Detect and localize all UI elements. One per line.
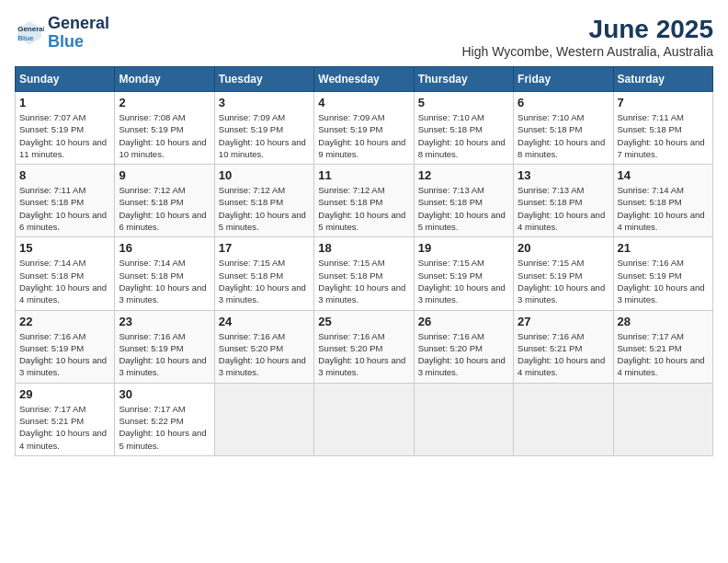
- page-header: General Blue General Blue June 2025 High…: [15, 15, 713, 59]
- svg-text:Blue: Blue: [17, 34, 34, 42]
- logo-blue: Blue: [48, 33, 109, 52]
- day-number: 15: [19, 241, 110, 255]
- calendar-week-row: 22Sunrise: 7:16 AMSunset: 5:19 PMDayligh…: [16, 310, 713, 383]
- table-row: 24Sunrise: 7:16 AMSunset: 5:20 PMDayligh…: [214, 310, 313, 383]
- day-number: 1: [19, 96, 110, 109]
- day-detail: Sunrise: 7:10 AMSunset: 5:18 PMDaylight:…: [418, 111, 509, 160]
- table-row: 29Sunrise: 7:17 AMSunset: 5:21 PMDayligh…: [16, 383, 115, 455]
- table-row: 19Sunrise: 7:15 AMSunset: 5:19 PMDayligh…: [414, 237, 513, 310]
- table-row: [214, 383, 313, 455]
- day-number: 17: [219, 241, 310, 255]
- table-row: [314, 383, 414, 455]
- day-number: 24: [219, 315, 310, 328]
- day-detail: Sunrise: 7:13 AMSunset: 5:18 PMDaylight:…: [518, 184, 609, 233]
- calendar-week-row: 15Sunrise: 7:14 AMSunset: 5:18 PMDayligh…: [16, 237, 713, 310]
- logo-text: General Blue: [48, 15, 109, 52]
- page-subtitle: High Wycombe, Western Australia, Austral…: [461, 44, 713, 59]
- day-number: 4: [318, 96, 409, 109]
- day-detail: Sunrise: 7:16 AMSunset: 5:20 PMDaylight:…: [318, 330, 409, 379]
- day-number: 6: [518, 96, 609, 109]
- day-detail: Sunrise: 7:16 AMSunset: 5:19 PMDaylight:…: [618, 257, 709, 305]
- day-detail: Sunrise: 7:09 AMSunset: 5:19 PMDaylight:…: [219, 111, 310, 160]
- table-row: 21Sunrise: 7:16 AMSunset: 5:19 PMDayligh…: [613, 237, 712, 310]
- day-number: 27: [518, 315, 609, 328]
- day-detail: Sunrise: 7:16 AMSunset: 5:20 PMDaylight:…: [418, 330, 509, 379]
- col-friday: Friday: [514, 67, 613, 92]
- day-detail: Sunrise: 7:17 AMSunset: 5:21 PMDaylight:…: [19, 403, 110, 452]
- table-row: 2Sunrise: 7:08 AMSunset: 5:19 PMDaylight…: [115, 92, 214, 165]
- day-number: 10: [219, 168, 310, 182]
- day-number: 25: [318, 315, 409, 328]
- day-detail: Sunrise: 7:12 AMSunset: 5:18 PMDaylight:…: [318, 184, 409, 233]
- table-row: 22Sunrise: 7:16 AMSunset: 5:19 PMDayligh…: [16, 310, 115, 383]
- col-tuesday: Tuesday: [214, 67, 313, 92]
- day-number: 5: [418, 96, 509, 109]
- day-detail: Sunrise: 7:09 AMSunset: 5:19 PMDaylight:…: [318, 111, 409, 160]
- day-detail: Sunrise: 7:10 AMSunset: 5:18 PMDaylight:…: [518, 111, 609, 160]
- col-thursday: Thursday: [414, 67, 513, 92]
- table-row: 28Sunrise: 7:17 AMSunset: 5:21 PMDayligh…: [613, 310, 712, 383]
- table-row: 10Sunrise: 7:12 AMSunset: 5:18 PMDayligh…: [214, 165, 313, 237]
- day-number: 7: [618, 96, 709, 109]
- table-row: 30Sunrise: 7:17 AMSunset: 5:22 PMDayligh…: [115, 383, 214, 455]
- table-row: 3Sunrise: 7:09 AMSunset: 5:19 PMDaylight…: [214, 92, 313, 165]
- table-row: 20Sunrise: 7:15 AMSunset: 5:19 PMDayligh…: [514, 237, 613, 310]
- day-number: 18: [318, 241, 409, 255]
- table-row: 4Sunrise: 7:09 AMSunset: 5:19 PMDaylight…: [314, 92, 414, 165]
- table-row: 1Sunrise: 7:07 AMSunset: 5:19 PMDaylight…: [16, 92, 115, 165]
- day-detail: Sunrise: 7:16 AMSunset: 5:19 PMDaylight:…: [19, 330, 110, 379]
- day-detail: Sunrise: 7:16 AMSunset: 5:20 PMDaylight:…: [219, 330, 310, 379]
- day-detail: Sunrise: 7:11 AMSunset: 5:18 PMDaylight:…: [618, 111, 709, 160]
- day-number: 2: [119, 96, 210, 109]
- table-row: 14Sunrise: 7:14 AMSunset: 5:18 PMDayligh…: [613, 165, 712, 237]
- day-number: 30: [119, 387, 210, 401]
- day-detail: Sunrise: 7:12 AMSunset: 5:18 PMDaylight:…: [119, 184, 210, 233]
- day-number: 14: [618, 168, 709, 182]
- day-number: 22: [19, 315, 110, 328]
- calendar-week-row: 8Sunrise: 7:11 AMSunset: 5:18 PMDaylight…: [16, 165, 713, 237]
- day-detail: Sunrise: 7:14 AMSunset: 5:18 PMDaylight:…: [618, 184, 709, 233]
- table-row: 7Sunrise: 7:11 AMSunset: 5:18 PMDaylight…: [613, 92, 712, 165]
- day-number: 19: [418, 241, 509, 255]
- calendar-header: Sunday Monday Tuesday Wednesday Thursday…: [16, 67, 713, 92]
- table-row: 13Sunrise: 7:13 AMSunset: 5:18 PMDayligh…: [514, 165, 613, 237]
- table-row: 16Sunrise: 7:14 AMSunset: 5:18 PMDayligh…: [115, 237, 214, 310]
- day-number: 20: [518, 241, 609, 255]
- col-monday: Monday: [115, 67, 214, 92]
- day-detail: Sunrise: 7:17 AMSunset: 5:22 PMDaylight:…: [119, 403, 210, 452]
- table-row: 27Sunrise: 7:16 AMSunset: 5:21 PMDayligh…: [514, 310, 613, 383]
- day-detail: Sunrise: 7:16 AMSunset: 5:21 PMDaylight:…: [518, 330, 609, 379]
- table-row: 18Sunrise: 7:15 AMSunset: 5:18 PMDayligh…: [314, 237, 414, 310]
- table-row: 6Sunrise: 7:10 AMSunset: 5:18 PMDaylight…: [514, 92, 613, 165]
- table-row: 23Sunrise: 7:16 AMSunset: 5:19 PMDayligh…: [115, 310, 214, 383]
- day-detail: Sunrise: 7:14 AMSunset: 5:18 PMDaylight:…: [119, 257, 210, 305]
- day-detail: Sunrise: 7:17 AMSunset: 5:21 PMDaylight:…: [618, 330, 709, 379]
- calendar-table: Sunday Monday Tuesday Wednesday Thursday…: [15, 66, 713, 456]
- day-detail: Sunrise: 7:15 AMSunset: 5:18 PMDaylight:…: [318, 257, 409, 305]
- day-detail: Sunrise: 7:16 AMSunset: 5:19 PMDaylight:…: [119, 330, 210, 379]
- day-number: 26: [418, 315, 509, 328]
- day-detail: Sunrise: 7:07 AMSunset: 5:19 PMDaylight:…: [19, 111, 110, 160]
- day-number: 21: [618, 241, 709, 255]
- table-row: [613, 383, 712, 455]
- table-row: 15Sunrise: 7:14 AMSunset: 5:18 PMDayligh…: [16, 237, 115, 310]
- col-sunday: Sunday: [16, 67, 115, 92]
- logo-general: General: [48, 15, 109, 33]
- calendar-week-row: 1Sunrise: 7:07 AMSunset: 5:19 PMDaylight…: [16, 92, 713, 165]
- day-number: 23: [119, 315, 210, 328]
- day-number: 8: [19, 168, 110, 182]
- day-detail: Sunrise: 7:12 AMSunset: 5:18 PMDaylight:…: [219, 184, 310, 233]
- col-wednesday: Wednesday: [314, 67, 414, 92]
- logo-icon: General Blue: [15, 18, 44, 48]
- day-number: 29: [19, 387, 110, 401]
- table-row: 12Sunrise: 7:13 AMSunset: 5:18 PMDayligh…: [414, 165, 513, 237]
- svg-text:General: General: [17, 25, 44, 33]
- col-saturday: Saturday: [613, 67, 712, 92]
- table-row: 8Sunrise: 7:11 AMSunset: 5:18 PMDaylight…: [16, 165, 115, 237]
- day-number: 11: [318, 168, 409, 182]
- day-number: 3: [219, 96, 310, 109]
- logo: General Blue General Blue: [15, 15, 109, 52]
- table-row: [414, 383, 513, 455]
- day-detail: Sunrise: 7:08 AMSunset: 5:19 PMDaylight:…: [119, 111, 210, 160]
- day-number: 9: [119, 168, 210, 182]
